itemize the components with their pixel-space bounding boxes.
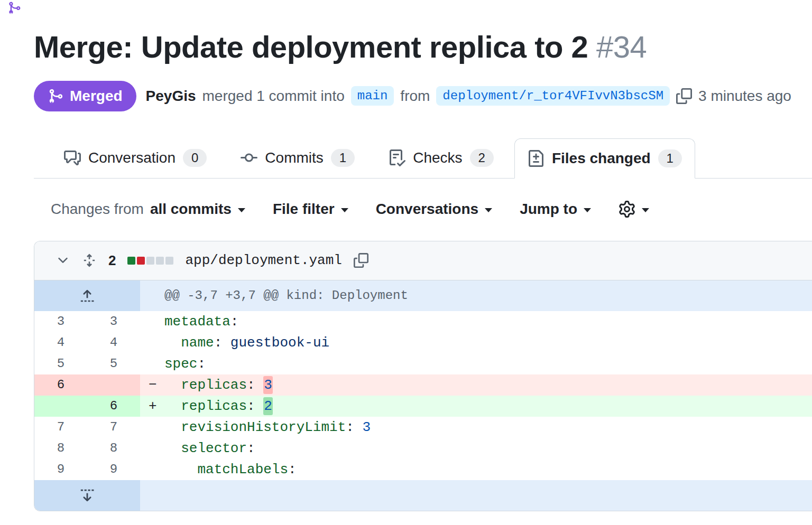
old-line-number[interactable]: 7 (34, 417, 87, 438)
tab-count: 1 (658, 149, 682, 167)
tab-files-changed[interactable]: Files changed 1 (514, 138, 695, 179)
code-content: revisionHistoryLimit: 3 (140, 417, 812, 438)
tab-conversation[interactable]: Conversation 0 (51, 138, 220, 178)
new-line-number[interactable]: 5 (87, 353, 140, 374)
diff-settings-dropdown[interactable] (619, 201, 649, 218)
diff-marker: + (149, 396, 164, 417)
gear-icon (619, 201, 635, 218)
diff-line: 99 matchLabels: (34, 459, 812, 480)
diffstat-square-neutral (146, 257, 154, 265)
pr-byline: PeyGis merged 1 commit into main from de… (146, 86, 791, 106)
diff-file-header: 2 app/deployment.yaml (34, 241, 812, 280)
jump-to-dropdown[interactable]: Jump to (520, 201, 591, 218)
tab-label: Checks (413, 149, 462, 166)
conversations-dropdown[interactable]: Conversations (376, 201, 493, 218)
byline-action: merged 1 commit into (202, 88, 345, 105)
old-line-number[interactable]: 6 (34, 374, 87, 396)
copy-branch-button[interactable] (676, 88, 692, 104)
new-line-number[interactable]: 7 (87, 417, 140, 438)
pr-meta-row: Merged PeyGis merged 1 commit into main … (34, 81, 812, 111)
expand-down-row (34, 480, 812, 511)
chevron-down-icon (485, 208, 492, 212)
old-line-number[interactable]: 4 (34, 332, 87, 353)
base-branch-label[interactable]: main (351, 86, 394, 106)
file-name: app/deployment.yaml (185, 252, 342, 268)
diff-line: 33metadata: (34, 311, 812, 332)
head-branch-label[interactable]: deployment/r_tor4VFIvvN3bscSM (436, 86, 670, 106)
diff-line: 6+ replicas: 2 (34, 396, 812, 417)
commit-icon (241, 149, 257, 166)
state-label: Merged (70, 88, 123, 105)
pr-tabs: Conversation 0 Commits 1 Checks 2 Files … (34, 138, 812, 178)
tab-count: 0 (183, 149, 207, 167)
code-content: + replicas: 2 (140, 396, 812, 417)
new-line-number[interactable]: 8 (87, 438, 140, 459)
pr-title-text: Merge: Update deployment replica to 2 (34, 30, 588, 64)
diff-lines: 33metadata:44 name: guestbook-ui55spec:6… (34, 311, 812, 480)
expand-down-button[interactable] (34, 480, 140, 511)
diff-marker: − (149, 374, 164, 396)
code-content: selector: (140, 438, 812, 459)
code-content: matchLabels: (140, 459, 812, 480)
pr-number: #34 (596, 30, 647, 64)
old-line-number[interactable]: 5 (34, 353, 87, 374)
author-link[interactable]: PeyGis (146, 88, 196, 105)
copy-file-path-button[interactable] (354, 253, 368, 268)
chevron-down-icon (584, 208, 591, 212)
diff-file-card: 2 app/deployment.yaml @@ -3,7 +3,7 @@ ki… (34, 241, 812, 511)
tab-count: 1 (331, 149, 355, 167)
pr-timestamp: 3 minutes ago (698, 88, 791, 105)
comment-discussion-icon (64, 149, 81, 166)
old-line-number[interactable]: 8 (34, 438, 87, 459)
tab-label: Conversation (88, 149, 176, 166)
drag-handle-button[interactable] (82, 253, 97, 268)
new-line-number[interactable]: 4 (87, 332, 140, 353)
new-line-number[interactable]: 9 (87, 459, 140, 480)
tab-checks[interactable]: Checks 2 (375, 138, 507, 178)
diffstat-square-neutral (165, 257, 173, 265)
chevron-down-icon (341, 208, 348, 212)
merged-state-badge[interactable]: Merged (34, 81, 136, 111)
tab-count: 2 (470, 149, 494, 167)
chevron-down-icon (56, 253, 70, 268)
new-line-number[interactable] (87, 374, 140, 396)
chevron-down-icon (238, 208, 245, 212)
diffstat-square-neutral (156, 257, 164, 265)
expand-up-icon (79, 288, 95, 304)
file-diff-icon (528, 150, 545, 167)
merge-icon (48, 88, 63, 104)
conversations-label: Conversations (376, 201, 479, 218)
drag-handle-icon (82, 253, 97, 268)
new-line-number[interactable]: 3 (87, 311, 140, 332)
expand-down-fill (140, 480, 812, 511)
old-line-number[interactable]: 9 (34, 459, 87, 480)
diff-line: 77 revisionHistoryLimit: 3 (34, 417, 812, 438)
file-filter-label: File filter (273, 201, 335, 218)
code-content: − replicas: 3 (140, 374, 812, 396)
diff-line: 88 selector: (34, 438, 812, 459)
diff-line: 55spec: (34, 353, 812, 374)
old-line-number[interactable] (34, 396, 87, 417)
collapse-file-button[interactable] (56, 253, 70, 268)
pr-tabs-bar: Conversation 0 Commits 1 Checks 2 Files … (34, 138, 812, 179)
diff-body: @@ -3,7 +3,7 @@ kind: Deployment 33metad… (34, 280, 812, 511)
changes-from-dropdown[interactable]: Changes from all commits (51, 201, 245, 218)
hunk-header-row: @@ -3,7 +3,7 @@ kind: Deployment (34, 280, 812, 311)
expand-down-icon (79, 487, 95, 503)
chevron-down-icon (642, 208, 649, 212)
byline-from: from (400, 88, 430, 105)
copy-icon (676, 88, 692, 104)
tab-label: Commits (265, 149, 323, 166)
hunk-header-text: @@ -3,7 +3,7 @@ kind: Deployment (140, 280, 812, 311)
expand-up-button[interactable] (34, 280, 140, 311)
diffstat-square-added (127, 257, 135, 265)
file-filter-dropdown[interactable]: File filter (273, 201, 348, 218)
corner-merge-icon (7, 1, 21, 15)
diff-toolbar: Changes from all commits File filter Con… (51, 201, 812, 218)
code-content: name: guestbook-ui (140, 332, 812, 353)
tab-commits[interactable]: Commits 1 (227, 138, 368, 178)
new-line-number[interactable]: 6 (87, 396, 140, 417)
changes-from-value: all commits (150, 201, 232, 218)
jump-to-label: Jump to (520, 201, 577, 218)
old-line-number[interactable]: 3 (34, 311, 87, 332)
